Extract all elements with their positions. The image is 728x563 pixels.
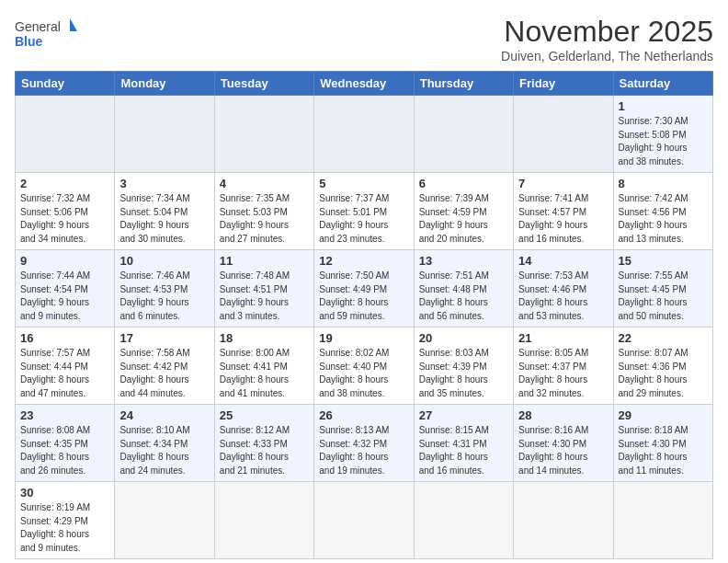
day-number: 3 [119,177,209,190]
calendar-cell [214,482,313,559]
day-info: Sunrise: 7:37 AM Sunset: 5:01 PM Dayligh… [319,192,408,246]
calendar-table: SundayMondayTuesdayWednesdayThursdayFrid… [15,71,713,559]
calendar-cell: 9Sunrise: 7:44 AM Sunset: 4:54 PM Daylig… [16,250,115,327]
calendar-cell: 26Sunrise: 8:13 AM Sunset: 4:32 PM Dayli… [314,405,414,482]
calendar-cell: 17Sunrise: 7:58 AM Sunset: 4:42 PM Dayli… [115,327,214,405]
calendar-cell [613,482,712,559]
day-info: Sunrise: 7:48 AM Sunset: 4:51 PM Dayligh… [220,270,309,323]
calendar-week-row: 30Sunrise: 8:19 AM Sunset: 4:29 PM Dayli… [16,482,713,559]
calendar-cell: 24Sunrise: 8:10 AM Sunset: 4:34 PM Dayli… [115,405,214,482]
day-info: Sunrise: 8:05 AM Sunset: 4:37 PM Dayligh… [518,347,608,400]
calendar-cell: 1Sunrise: 7:30 AM Sunset: 5:08 PM Daylig… [613,96,712,173]
day-info: Sunrise: 7:46 AM Sunset: 4:53 PM Dayligh… [119,270,209,323]
calendar-cell [314,482,414,559]
day-number: 18 [220,331,309,345]
day-number: 17 [119,331,209,345]
calendar-cell: 21Sunrise: 8:05 AM Sunset: 4:37 PM Dayli… [514,327,613,405]
calendar-cell: 19Sunrise: 8:02 AM Sunset: 4:40 PM Dayli… [314,327,414,405]
svg-text:General: General [15,19,61,34]
calendar-cell [214,96,313,173]
header-tuesday: Tuesday [214,72,313,96]
day-number: 1 [619,99,708,113]
day-number: 10 [119,254,209,268]
calendar-cell [514,96,613,173]
day-info: Sunrise: 8:16 AM Sunset: 4:30 PM Dayligh… [518,424,608,477]
calendar-cell: 15Sunrise: 7:55 AM Sunset: 4:45 PM Dayli… [613,250,712,327]
header-wednesday: Wednesday [314,72,414,96]
day-number: 12 [319,254,408,268]
header-saturday: Saturday [613,72,712,96]
day-info: Sunrise: 7:35 AM Sunset: 5:03 PM Dayligh… [220,192,309,246]
calendar-cell: 3Sunrise: 7:34 AM Sunset: 5:04 PM Daylig… [115,173,214,250]
calendar-cell: 4Sunrise: 7:35 AM Sunset: 5:03 PM Daylig… [214,173,313,250]
day-info: Sunrise: 7:32 AM Sunset: 5:06 PM Dayligh… [20,192,109,246]
day-info: Sunrise: 8:12 AM Sunset: 4:33 PM Dayligh… [220,424,309,477]
day-number: 8 [619,177,708,190]
calendar-cell: 11Sunrise: 7:48 AM Sunset: 4:51 PM Dayli… [214,250,313,327]
day-number: 19 [319,331,408,345]
calendar-week-row: 23Sunrise: 8:08 AM Sunset: 4:35 PM Dayli… [16,405,713,482]
day-number: 22 [619,331,708,345]
day-number: 13 [419,254,508,268]
calendar-cell: 7Sunrise: 7:41 AM Sunset: 4:57 PM Daylig… [514,173,613,250]
page-header: General Blue November 2025 Duiven, Gelde… [15,15,713,63]
day-info: Sunrise: 7:42 AM Sunset: 4:56 PM Dayligh… [619,192,708,246]
calendar-cell: 25Sunrise: 8:12 AM Sunset: 4:33 PM Dayli… [214,405,313,482]
day-number: 27 [419,408,508,422]
calendar-cell: 13Sunrise: 7:51 AM Sunset: 4:48 PM Dayli… [414,250,513,327]
day-number: 24 [119,408,209,422]
location-title: Duiven, Gelderland, The Netherlands [501,49,713,63]
day-info: Sunrise: 7:50 AM Sunset: 4:49 PM Dayligh… [319,270,408,323]
day-info: Sunrise: 8:15 AM Sunset: 4:31 PM Dayligh… [419,424,508,477]
day-number: 29 [619,408,708,422]
calendar-cell: 23Sunrise: 8:08 AM Sunset: 4:35 PM Dayli… [16,405,115,482]
month-title: November 2025 [501,15,713,49]
day-info: Sunrise: 8:00 AM Sunset: 4:41 PM Dayligh… [220,347,309,400]
day-info: Sunrise: 7:57 AM Sunset: 4:44 PM Dayligh… [20,347,109,400]
calendar-cell: 10Sunrise: 7:46 AM Sunset: 4:53 PM Dayli… [115,250,214,327]
calendar-cell [115,96,214,173]
day-number: 5 [319,177,408,190]
generalblue-logo: General Blue [15,15,79,53]
day-info: Sunrise: 8:18 AM Sunset: 4:30 PM Dayligh… [619,424,708,477]
calendar-cell: 16Sunrise: 7:57 AM Sunset: 4:44 PM Dayli… [16,327,115,405]
day-number: 9 [20,254,109,268]
day-number: 14 [518,254,608,268]
day-info: Sunrise: 8:13 AM Sunset: 4:32 PM Dayligh… [319,424,408,477]
calendar-cell [414,96,513,173]
day-info: Sunrise: 7:53 AM Sunset: 4:46 PM Dayligh… [518,270,608,323]
calendar-cell: 5Sunrise: 7:37 AM Sunset: 5:01 PM Daylig… [314,173,414,250]
day-info: Sunrise: 7:51 AM Sunset: 4:48 PM Dayligh… [419,270,508,323]
day-number: 28 [518,408,608,422]
day-info: Sunrise: 7:39 AM Sunset: 4:59 PM Dayligh… [419,192,508,246]
calendar-week-row: 2Sunrise: 7:32 AM Sunset: 5:06 PM Daylig… [16,173,713,250]
day-number: 7 [518,177,608,190]
day-number: 2 [20,177,109,190]
day-number: 4 [220,177,309,190]
title-block: November 2025 Duiven, Gelderland, The Ne… [501,15,713,63]
day-number: 16 [20,331,109,345]
calendar-cell: 6Sunrise: 7:39 AM Sunset: 4:59 PM Daylig… [414,173,513,250]
day-info: Sunrise: 7:58 AM Sunset: 4:42 PM Dayligh… [119,347,209,400]
day-info: Sunrise: 7:30 AM Sunset: 5:08 PM Dayligh… [619,115,708,168]
calendar-cell: 12Sunrise: 7:50 AM Sunset: 4:49 PM Dayli… [314,250,414,327]
calendar-cell: 30Sunrise: 8:19 AM Sunset: 4:29 PM Dayli… [16,482,115,559]
calendar-cell: 14Sunrise: 7:53 AM Sunset: 4:46 PM Dayli… [514,250,613,327]
day-info: Sunrise: 7:41 AM Sunset: 4:57 PM Dayligh… [518,192,608,246]
header-sunday: Sunday [16,72,115,96]
calendar-cell: 8Sunrise: 7:42 AM Sunset: 4:56 PM Daylig… [613,173,712,250]
header-thursday: Thursday [414,72,513,96]
header-friday: Friday [514,72,613,96]
day-info: Sunrise: 8:10 AM Sunset: 4:34 PM Dayligh… [119,424,209,477]
header-monday: Monday [115,72,214,96]
svg-text:Blue: Blue [15,34,43,49]
svg-marker-2 [70,18,77,31]
day-number: 15 [619,254,708,268]
calendar-cell: 22Sunrise: 8:07 AM Sunset: 4:36 PM Dayli… [613,327,712,405]
calendar-cell [314,96,414,173]
logo: General Blue [15,15,79,53]
calendar-cell [16,96,115,173]
calendar-cell: 18Sunrise: 8:00 AM Sunset: 4:41 PM Dayli… [214,327,313,405]
calendar-week-row: 9Sunrise: 7:44 AM Sunset: 4:54 PM Daylig… [16,250,713,327]
day-info: Sunrise: 8:08 AM Sunset: 4:35 PM Dayligh… [20,424,109,477]
